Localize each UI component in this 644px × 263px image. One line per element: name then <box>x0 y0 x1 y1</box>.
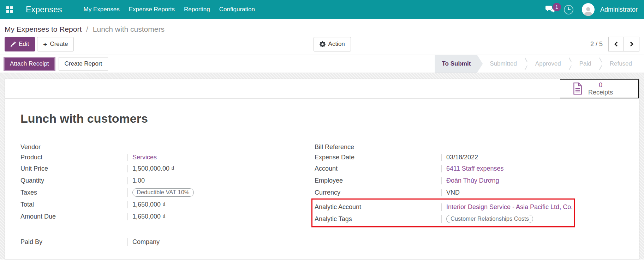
action-button-label: Action <box>328 41 345 48</box>
menu-reporting[interactable]: Reporting <box>179 6 215 13</box>
stage-separator-icon <box>568 55 572 73</box>
field-groups: Vendor Product Services Unit Price 1,500… <box>5 142 639 227</box>
field-row-taxes: Taxes Deductible VAT 10% <box>20 186 268 198</box>
messages-button[interactable]: 1 <box>545 6 555 14</box>
stage-paid[interactable]: Paid <box>572 55 598 73</box>
apps-grid-square <box>6 6 9 9</box>
field-row-bill-reference: Bill Reference <box>315 142 638 152</box>
apps-grid-square <box>10 6 13 9</box>
analytic-tags-value: Customer Relationships Costs <box>441 215 574 223</box>
product-label: Product <box>20 154 127 161</box>
control-panel-buttons: Edit + Create Action 2 / 5 <box>5 37 639 55</box>
navbar-systray: 1 Administrator <box>545 3 638 16</box>
apps-menu-icon[interactable] <box>6 6 13 13</box>
pencil-icon <box>11 42 16 47</box>
status-pipeline: To Submit Submitted Approved Paid Refuse… <box>435 55 644 73</box>
app-name[interactable]: Expenses <box>26 5 62 14</box>
edit-button-label: Edit <box>19 41 29 48</box>
paid-by-inner: Paid By Company <box>20 236 268 248</box>
expense-date-value: 03/18/2022 <box>441 154 638 161</box>
breadcrumb-separator: / <box>84 25 91 33</box>
analytic-account-link[interactable]: Interior Design Service - Asia Pacific L… <box>446 203 573 211</box>
gear-icon <box>320 41 326 47</box>
user-name[interactable]: Administrator <box>600 6 638 13</box>
cp-left-buttons: Edit + Create <box>5 37 74 51</box>
breadcrumb: My Expenses to Report / Lunch with custo… <box>5 19 639 37</box>
taxes-value: Deductible VAT 10% <box>127 188 268 197</box>
paid-by-text: Company <box>132 238 160 246</box>
analytic-account-value: Interior Design Service - Asia Pacific L… <box>441 203 574 211</box>
pager-previous-button[interactable] <box>608 37 624 51</box>
breadcrumb-current: Lunch with customers <box>93 25 165 33</box>
stage-separator-icon <box>524 55 528 73</box>
taxes-label: Taxes <box>20 189 127 196</box>
account-label: Account <box>315 165 441 172</box>
quantity-value: 1.00 <box>127 177 268 184</box>
pager-buttons <box>608 37 639 51</box>
receipts-stat-text: 0 Receipts <box>588 81 613 96</box>
messages-count-badge: 1 <box>553 3 561 11</box>
total-amount: 1,650,000 ₫ <box>132 201 166 208</box>
apps-grid-square <box>10 10 13 13</box>
cp-center: Action <box>74 37 590 51</box>
receipts-label: Receipts <box>588 89 613 96</box>
field-row-analytic-account: Analytic Account Interior Design Service… <box>315 201 574 213</box>
chevron-left-icon <box>614 42 619 47</box>
menu-configuration[interactable]: Configuration <box>215 6 260 13</box>
amount-due-amount: 1,650,000 ₫ <box>132 213 166 220</box>
statusbar-buttons: Attach Receipt Create Report <box>4 55 108 73</box>
quantity-amount: 1.00 <box>132 177 145 184</box>
currency-value: VND <box>441 189 638 196</box>
product-link[interactable]: Services <box>132 154 157 161</box>
main-menu: My Expenses Expense Reports Reporting Co… <box>79 6 260 13</box>
create-button[interactable]: + Create <box>37 37 74 51</box>
user-avatar[interactable] <box>582 3 595 16</box>
tax-tag-badge: Deductible VAT 10% <box>132 188 194 197</box>
employee-link[interactable]: Đoàn Thùy Dương <box>446 177 499 184</box>
apps-grid-square <box>6 10 9 13</box>
form-content-area: 0 Receipts Lunch with customers Vendor P… <box>0 73 644 259</box>
create-button-label: Create <box>50 41 68 48</box>
stage-to-submit[interactable]: To Submit <box>435 55 483 73</box>
pager-next-button[interactable] <box>624 37 639 51</box>
stage-approved[interactable]: Approved <box>528 55 568 73</box>
receipts-stat-button[interactable]: 0 Receipts <box>560 79 639 98</box>
stage-refused[interactable]: Refused <box>603 55 639 73</box>
unit-price-label: Unit Price <box>20 165 127 172</box>
quantity-label: Quantity <box>20 177 127 184</box>
receipts-count: 0 <box>588 81 613 89</box>
field-row-quantity: Quantity 1.00 <box>20 175 268 186</box>
breadcrumb-parent[interactable]: My Expenses to Report <box>5 25 82 33</box>
field-row-vendor: Vendor <box>20 142 268 152</box>
top-navbar: Expenses My Expenses Expense Reports Rep… <box>0 0 644 19</box>
currency-text: VND <box>446 189 460 196</box>
activities-clock-icon[interactable] <box>564 5 573 14</box>
create-report-button[interactable]: Create Report <box>59 57 108 71</box>
person-icon <box>583 6 594 16</box>
form-sheet: 0 Receipts Lunch with customers Vendor P… <box>5 79 639 259</box>
menu-expense-reports[interactable]: Expense Reports <box>124 6 179 13</box>
expense-date-text: 03/18/2022 <box>446 154 478 161</box>
stage-submitted[interactable]: Submitted <box>483 55 524 73</box>
paid-by-label: Paid By <box>20 238 127 246</box>
edit-button[interactable]: Edit <box>5 37 35 51</box>
analytic-tags-label: Analytic Tags <box>315 215 441 223</box>
field-row-amount-due: Amount Due 1,650,000 ₫ <box>20 210 268 222</box>
expense-date-label: Expense Date <box>315 154 441 161</box>
amount-due-value: 1,650,000 ₫ <box>127 213 268 220</box>
plus-icon: + <box>43 41 47 48</box>
expense-title: Lunch with customers <box>20 112 639 126</box>
field-row-employee: Employee Đoàn Thùy Dương <box>315 175 638 186</box>
attach-receipt-button[interactable]: Attach Receipt <box>4 57 55 71</box>
unit-price-amount: 1,500,000.00 ₫ <box>132 165 174 172</box>
amount-due-label: Amount Due <box>20 213 127 220</box>
paid-by-group: Paid By Company <box>5 236 639 248</box>
button-box: 0 Receipts <box>5 79 639 99</box>
menu-my-expenses[interactable]: My Expenses <box>79 6 124 13</box>
paid-by-value: Company <box>127 238 268 246</box>
account-link[interactable]: 6411 Staff expenses <box>446 165 503 172</box>
action-button[interactable]: Action <box>314 37 351 51</box>
unit-price-value: 1,500,000.00 ₫ <box>127 165 268 172</box>
pager: 2 / 5 <box>590 37 639 51</box>
currency-label: Currency <box>315 189 441 196</box>
